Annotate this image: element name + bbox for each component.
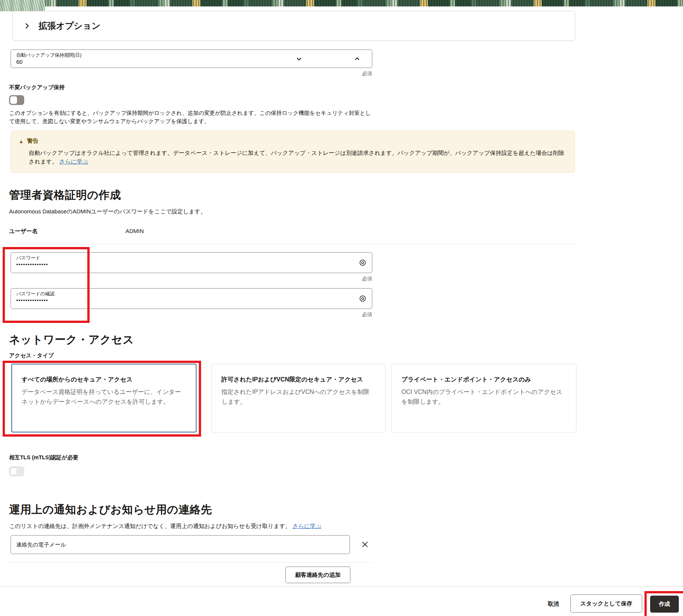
card-title: すべての場所からのセキュア・アクセス — [22, 375, 186, 384]
username-label: ユーザー名 — [9, 228, 38, 235]
password-confirm-required-badge: 必須 — [11, 311, 372, 318]
warning-title: 警告 — [27, 137, 39, 145]
access-type-label: アクセス・タイプ — [9, 352, 54, 359]
stepper-down-button[interactable] — [294, 54, 304, 64]
advanced-options-title: 拡張オプション — [39, 20, 101, 32]
password-confirm-label: パスワードの確認 — [16, 291, 367, 297]
admin-credentials-heading: 管理者資格証明の作成 — [9, 188, 121, 203]
remove-contact-button[interactable] — [358, 539, 371, 551]
contacts-learn-more-link[interactable]: さらに学ぶ — [293, 523, 321, 529]
immutable-backup-description: このオプションを有効にすると、バックアップ保持期間がロックされ、追加の変更が防止… — [9, 109, 373, 125]
card-description: 指定されたIPアドレスおよびVCNへのアクセスを制限します。 — [221, 387, 375, 407]
card-description: OCI VCN内のプライベート・エンドポイントへのアクセスを制限します。 — [401, 387, 566, 407]
chevron-right-icon — [24, 23, 30, 29]
backup-retention-label: 自動バックアップ保持期間(日) — [16, 52, 367, 58]
divider — [9, 562, 372, 563]
card-title: プライベート・エンドポイント・アクセスのみ — [401, 375, 566, 384]
contacts-description-text: このリストの連絡先は、計画外メンテナンス通知だけでなく、運用上の通知およびお知ら… — [9, 523, 291, 529]
show-password-confirm-button[interactable] — [358, 294, 367, 304]
footer-divider — [0, 586, 683, 587]
backup-retention-required-badge: 必須 — [11, 70, 372, 77]
contact-email-placeholder: 連絡先の電子メール — [16, 541, 66, 548]
password-masked-value[interactable]: •••••••••••••• — [16, 261, 367, 268]
card-description: データベース資格証明を持っているユーザーに、インターネットからデータベースへのア… — [22, 387, 186, 407]
access-type-card-secure-everywhere[interactable]: すべての場所からのセキュア・アクセス データベース資格証明を持っているユーザーに… — [11, 364, 197, 432]
eye-icon — [359, 295, 367, 304]
password-confirm-field[interactable]: パスワードの確認 •••••••••••••• — [11, 288, 372, 309]
warning-banner: ▲ 警告 自動バックアップはオラクル社によって管理されます。データベース・ストレ… — [11, 131, 575, 173]
password-field[interactable]: パスワード •••••••••••••• — [11, 252, 372, 273]
decorative-banner-image — [0, 0, 683, 6]
card-title: 許可されたIPおよびVCN限定のセキュア・アクセス — [221, 375, 375, 384]
toggle-knob — [10, 468, 17, 475]
show-password-button[interactable] — [358, 258, 367, 268]
warning-text: 自動バックアップはオラクル社によって管理されます。データベース・ストレージに加え… — [29, 150, 564, 165]
backup-retention-field[interactable]: 自動バックアップ保持期間(日) 60 — [11, 49, 372, 68]
password-label: パスワード — [16, 255, 367, 261]
mtls-toggle[interactable] — [9, 466, 24, 476]
contacts-description: このリストの連絡先は、計画外メンテナンス通知だけでなく、運用上の通知およびお知ら… — [9, 523, 321, 530]
immutable-backup-toggle[interactable] — [9, 95, 24, 105]
chevron-up-icon — [354, 56, 360, 63]
eye-icon — [359, 259, 367, 268]
warning-header: ▲ 警告 — [19, 137, 565, 145]
chevron-down-icon — [296, 56, 302, 63]
advanced-options-panel[interactable]: 拡張オプション — [12, 11, 575, 41]
password-required-badge: 必須 — [11, 275, 372, 282]
decorative-banner-corner — [0, 0, 45, 11]
create-autonomous-database-page: 拡張オプション 自動バックアップ保持期間(日) 60 必須 不変バックアップ保持… — [0, 0, 683, 616]
access-type-card-allowed-ips-vcn[interactable]: 許可されたIPおよびVCN限定のセキュア・アクセス 指定されたIPアドレスおよび… — [211, 364, 386, 432]
admin-credentials-description: Autonomous DatabaseのADMINユーザーのパスワードをここで設… — [9, 208, 206, 215]
warning-message: 自動バックアップはオラクル社によって管理されます。データベース・ストレージに加え… — [29, 148, 565, 166]
mtls-label: 相互TLS (mTLS)認証が必要 — [9, 454, 78, 461]
access-type-card-private-endpoint[interactable]: プライベート・エンドポイント・アクセスのみ OCI VCN内のプライベート・エン… — [391, 364, 576, 432]
close-icon — [361, 541, 369, 549]
username-value: ADMIN — [125, 228, 144, 234]
warning-learn-more-link[interactable]: さらに学ぶ — [59, 158, 88, 165]
divider — [9, 244, 576, 244]
contacts-heading: 運用上の通知およびお知らせ用の連絡先 — [9, 502, 212, 517]
network-access-heading: ネットワーク・アクセス — [9, 332, 134, 347]
add-customer-contact-button[interactable]: 顧客連絡先の追加 — [285, 567, 350, 583]
immutable-backup-label: 不変バックアップ保持 — [9, 84, 65, 91]
save-as-stack-button[interactable]: スタックとして保存 — [570, 594, 642, 613]
create-button[interactable]: 作成 — [650, 596, 679, 613]
warning-triangle-icon: ▲ — [19, 139, 24, 144]
backup-retention-value[interactable]: 60 — [16, 58, 367, 66]
contact-email-field[interactable]: 連絡先の電子メール — [11, 535, 350, 554]
stepper-up-button[interactable] — [352, 54, 362, 64]
password-confirm-masked-value[interactable]: •••••••••••••• — [16, 297, 367, 304]
toggle-knob — [10, 96, 17, 104]
cancel-button[interactable]: 取消 — [538, 597, 568, 611]
